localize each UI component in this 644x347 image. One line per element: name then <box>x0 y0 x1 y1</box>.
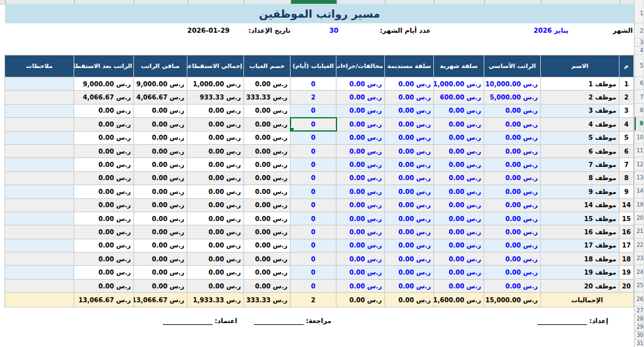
cell-totded[interactable]: ر.س 0.00 <box>187 279 244 292</box>
excel-row-header-23[interactable]: 23 <box>635 252 643 265</box>
cell-totded[interactable]: ر.س 0.00 <box>187 198 244 212</box>
row-headers-strip[interactable]: 1234567891011121314192021222324252627282… <box>634 0 644 347</box>
cell-basic[interactable]: ر.س 0.00 <box>484 158 541 171</box>
cell-basic[interactable]: ر.س 0.00 <box>484 171 541 185</box>
cell-monthly[interactable]: ر.س 0.00 <box>434 239 484 252</box>
cell-name[interactable]: موظف 20 <box>541 279 619 292</box>
cell-days[interactable]: 0 <box>291 171 336 185</box>
excel-row-header-21[interactable]: 21 <box>635 225 643 238</box>
cell-basic[interactable]: ر.س 5,000.00 <box>484 91 541 104</box>
excel-row-header-3[interactable]: 3 <box>635 38 643 47</box>
month-days-value-cell[interactable]: 30 <box>329 26 338 34</box>
excel-row-header-4[interactable]: 4 <box>635 47 643 55</box>
cell-basic[interactable]: ر.س 0.00 <box>484 239 541 252</box>
excel-row-header-14[interactable]: 14 <box>635 185 643 198</box>
cell-num[interactable]: 15 <box>619 212 634 225</box>
cell-net[interactable]: ر.س 0.00 <box>134 144 187 157</box>
totals-cell-permanent[interactable]: ر.س 0.00 <box>385 293 434 307</box>
month-label[interactable]: الشهر <box>613 26 633 34</box>
cell-notes[interactable] <box>5 253 74 266</box>
cell-permanent[interactable]: ر.س 0.00 <box>385 266 434 279</box>
cell-totded[interactable]: ر.س 0.00 <box>187 118 244 131</box>
cell-notes[interactable] <box>5 279 74 292</box>
excel-row-header-13[interactable]: 13 <box>635 171 643 185</box>
cell-days[interactable]: 0 <box>291 77 336 91</box>
totals-cell-days[interactable]: 2 <box>291 293 336 307</box>
cell-num[interactable]: 1 <box>619 77 634 91</box>
cell-totded[interactable]: ر.س 0.00 <box>187 104 244 117</box>
cell-notes[interactable] <box>5 198 74 212</box>
cell-totded[interactable]: ر.س 0.00 <box>187 171 244 185</box>
column-header-name[interactable]: الاسم <box>541 55 619 77</box>
cell-net[interactable]: ر.س 0.00 <box>134 104 187 117</box>
cell-penalty[interactable]: ر.س 0.00 <box>336 279 385 292</box>
cell-name[interactable]: موظف 17 <box>541 239 619 252</box>
cell-num[interactable]: 19 <box>619 266 634 279</box>
cell-after[interactable]: ر.س 0.00 <box>74 158 134 171</box>
excel-row-header-20[interactable]: 20 <box>635 212 643 225</box>
excel-row-header-1[interactable]: 1 <box>635 4 643 23</box>
cell-notes[interactable] <box>5 171 74 185</box>
cell-num[interactable]: 5 <box>619 131 634 144</box>
cell-penalty[interactable]: ر.س 0.00 <box>336 225 385 239</box>
cell-basic[interactable]: ر.س 0.00 <box>484 279 541 292</box>
column-header-monthly[interactable]: سلفة شهرية <box>434 55 484 77</box>
cell-days[interactable]: 0 <box>291 185 336 198</box>
cell-monthly[interactable]: ر.س 0.00 <box>434 118 484 131</box>
cell-permanent[interactable]: ر.س 0.00 <box>385 212 434 225</box>
sheet-title-band[interactable]: مسير رواتب الموظفين <box>5 4 634 23</box>
cell-name[interactable]: موظف 3 <box>541 104 619 117</box>
cell-notes[interactable] <box>5 144 74 157</box>
totals-cell-basic[interactable]: ر.س 15,000.00 <box>484 293 541 307</box>
column-header-absded[interactable]: خصم الغياب <box>244 55 291 77</box>
cell-monthly[interactable]: ر.س 0.00 <box>434 185 484 198</box>
cell-monthly[interactable]: ر.س 0.00 <box>434 266 484 279</box>
cell-permanent[interactable]: ر.س 0.00 <box>385 171 434 185</box>
cell-absded[interactable]: ر.س 0.00 <box>244 131 291 144</box>
cell-notes[interactable] <box>5 91 74 104</box>
cell-num[interactable]: 16 <box>619 225 634 239</box>
cell-permanent[interactable]: ر.س 0.00 <box>385 91 434 104</box>
excel-row-header-26[interactable]: 26 <box>635 292 643 307</box>
cell-num[interactable]: 20 <box>619 279 634 292</box>
cell-net[interactable]: ر.س 0.00 <box>134 185 187 198</box>
cell-penalty[interactable]: ر.س 0.00 <box>336 144 385 157</box>
cell-penalty[interactable]: ر.س 0.00 <box>336 104 385 117</box>
cell-notes[interactable] <box>5 266 74 279</box>
cell-basic[interactable]: ر.س 10,000.00 <box>484 77 541 91</box>
cell-monthly[interactable]: ر.س 0.00 <box>434 144 484 157</box>
excel-row-header-10[interactable]: 10 <box>635 131 643 144</box>
cell-monthly[interactable]: ر.س 0.00 <box>434 104 484 117</box>
cell-basic[interactable]: ر.س 0.00 <box>484 118 541 131</box>
cell-net[interactable]: ر.س 0.00 <box>134 212 187 225</box>
totals-cell-after[interactable]: ر.س 13,066.67 <box>74 293 134 307</box>
cell-name[interactable]: موظف 6 <box>541 144 619 157</box>
cell-permanent[interactable]: ر.س 0.00 <box>385 185 434 198</box>
cell-permanent[interactable]: ر.س 0.00 <box>385 253 434 266</box>
cell-absded[interactable]: ر.س 0.00 <box>244 253 291 266</box>
prep-date-value-cell[interactable]: 2026-01-29 <box>187 26 230 34</box>
cell-absded[interactable]: ر.س 0.00 <box>244 158 291 171</box>
cell-days[interactable]: 0 <box>291 225 336 239</box>
cell-net[interactable]: ر.س 0.00 <box>134 225 187 239</box>
column-header-totded[interactable]: إجمالي الاستقطاعات <box>187 55 244 77</box>
cell-penalty[interactable]: ر.س 0.00 <box>336 91 385 104</box>
cell-net[interactable]: ر.س 0.00 <box>134 198 187 212</box>
cell-after[interactable]: ر.س 0.00 <box>74 104 134 117</box>
cell-name[interactable]: موظف 16 <box>541 225 619 239</box>
cell-totded[interactable]: ر.س 0.00 <box>187 239 244 252</box>
cell-notes[interactable] <box>5 77 74 91</box>
cell-totded[interactable]: ر.س 0.00 <box>187 225 244 239</box>
cell-basic[interactable]: ر.س 0.00 <box>484 131 541 144</box>
excel-row-header-19[interactable]: 19 <box>635 198 643 212</box>
excel-row-header-22[interactable]: 22 <box>635 239 643 252</box>
cell-permanent[interactable]: ر.س 0.00 <box>385 118 434 131</box>
cell-num[interactable]: 8 <box>619 171 634 185</box>
cell-monthly[interactable]: ر.س 0.00 <box>434 279 484 292</box>
cell-basic[interactable]: ر.س 0.00 <box>484 266 541 279</box>
cell-penalty[interactable]: ر.س 0.00 <box>336 158 385 171</box>
cell-notes[interactable] <box>5 104 74 117</box>
cell-monthly[interactable]: ر.س 0.00 <box>434 198 484 212</box>
totals-label[interactable]: الإجماليات <box>541 293 634 307</box>
cell-penalty[interactable]: ر.س 0.00 <box>336 118 385 131</box>
